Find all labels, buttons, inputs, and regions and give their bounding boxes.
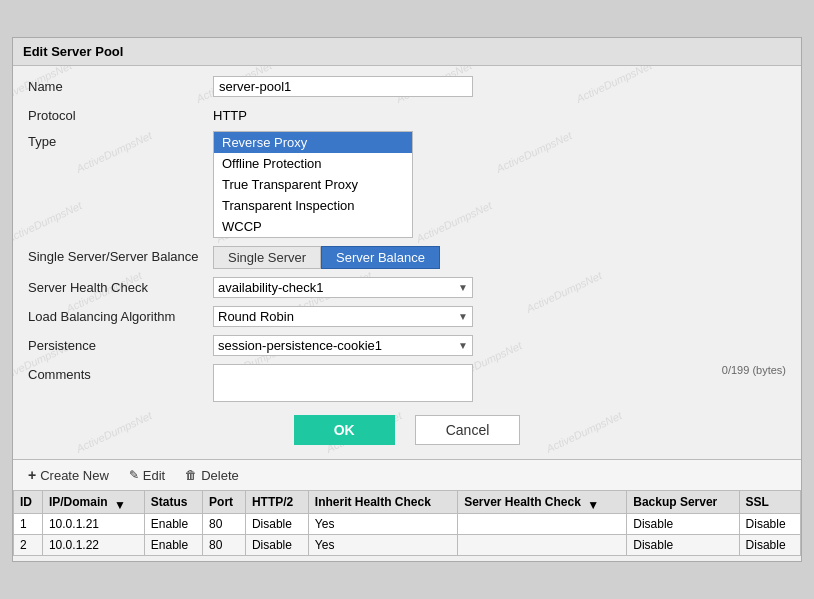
- comments-input[interactable]: [213, 364, 473, 402]
- type-row: Type Reverse Proxy Offline Protection Tr…: [28, 131, 786, 238]
- table-row[interactable]: 110.0.1.21Enable80DisableYesDisableDisab…: [14, 514, 801, 535]
- lb-algo-label: Load Balancing Algorithm: [28, 306, 213, 324]
- col-http2: HTTP/2: [245, 491, 308, 514]
- health-check-value: availability-check1: [218, 280, 324, 295]
- server-balance-label: Single Server/Server Balance: [28, 246, 213, 264]
- comments-wrap-container: 0/199 (bytes): [213, 364, 786, 405]
- type-option-true-transparent-proxy[interactable]: True Transparent Proxy: [214, 174, 412, 195]
- server-balance-toggle: Single Server Server Balance: [213, 246, 786, 269]
- table-cell: [458, 514, 627, 535]
- persistence-row: Persistence session-persistence-cookie1 …: [28, 335, 786, 356]
- type-option-transparent-inspection[interactable]: Transparent Inspection: [214, 195, 412, 216]
- health-check-row: Server Health Check availability-check1 …: [28, 277, 786, 298]
- delete-button[interactable]: 🗑 Delete: [180, 466, 244, 485]
- table-cell: Disable: [245, 514, 308, 535]
- create-new-label: Create New: [40, 468, 109, 483]
- name-value: [213, 76, 786, 97]
- type-option-reverse-proxy[interactable]: Reverse Proxy: [214, 132, 412, 153]
- cancel-button[interactable]: Cancel: [415, 415, 521, 445]
- name-label: Name: [28, 76, 213, 94]
- lb-algo-row: Load Balancing Algorithm Round Robin ▼: [28, 306, 786, 327]
- comments-row: Comments 0/199 (bytes): [28, 364, 786, 405]
- health-check-select-wrap: availability-check1 ▼: [213, 277, 786, 298]
- table-cell: 10.0.1.21: [42, 514, 144, 535]
- edit-icon: ✎: [129, 468, 139, 482]
- table-cell: 1: [14, 514, 43, 535]
- table-cell: Yes: [308, 514, 457, 535]
- table-header-row: ID IP/Domain ▼ Status Port HTTP/2 Inheri…: [14, 491, 801, 514]
- comments-label: Comments: [28, 364, 213, 382]
- protocol-row: Protocol HTTP: [28, 105, 786, 123]
- health-filter-icon[interactable]: ▼: [587, 498, 597, 508]
- lb-algo-arrow-icon: ▼: [458, 311, 468, 322]
- table-row[interactable]: 210.0.1.22Enable80DisableYesDisableDisab…: [14, 535, 801, 556]
- lb-algo-select-wrap: Round Robin ▼: [213, 306, 786, 327]
- ip-filter-icon[interactable]: ▼: [114, 498, 124, 508]
- table-cell: 80: [203, 535, 246, 556]
- server-balance-btn[interactable]: Server Balance: [321, 246, 440, 269]
- lb-algo-select[interactable]: Round Robin ▼: [213, 306, 473, 327]
- table-cell: [458, 535, 627, 556]
- toggle-group: Single Server Server Balance: [213, 246, 786, 269]
- delete-icon: 🗑: [185, 468, 197, 482]
- server-balance-row: Single Server/Server Balance Single Serv…: [28, 246, 786, 269]
- ok-button[interactable]: OK: [294, 415, 395, 445]
- plus-icon: +: [28, 467, 36, 483]
- persistence-value: session-persistence-cookie1: [218, 338, 382, 353]
- delete-label: Delete: [201, 468, 239, 483]
- type-list[interactable]: Reverse Proxy Offline Protection True Tr…: [213, 131, 413, 238]
- name-row: Name: [28, 76, 786, 97]
- health-check-label: Server Health Check: [28, 277, 213, 295]
- table-cell: Disable: [627, 514, 739, 535]
- lb-algo-value: Round Robin: [218, 309, 294, 324]
- table-container: ID IP/Domain ▼ Status Port HTTP/2 Inheri…: [13, 490, 801, 561]
- byte-count: 0/199 (bytes): [722, 364, 786, 376]
- comments-wrap: 0/199 (bytes): [213, 364, 786, 405]
- col-port: Port: [203, 491, 246, 514]
- persistence-arrow-icon: ▼: [458, 340, 468, 351]
- table-cell: 10.0.1.22: [42, 535, 144, 556]
- col-status: Status: [144, 491, 202, 514]
- col-ip: IP/Domain ▼: [42, 491, 144, 514]
- col-inherit: Inherit Health Check: [308, 491, 457, 514]
- protocol-label: Protocol: [28, 105, 213, 123]
- table-cell: 2: [14, 535, 43, 556]
- persistence-label: Persistence: [28, 335, 213, 353]
- single-server-btn[interactable]: Single Server: [213, 246, 321, 269]
- table-cell: Disable: [739, 514, 800, 535]
- table-cell: 80: [203, 514, 246, 535]
- table-cell: Disable: [627, 535, 739, 556]
- col-backup: Backup Server: [627, 491, 739, 514]
- col-health: Server Health Check ▼: [458, 491, 627, 514]
- table-cell: Disable: [739, 535, 800, 556]
- table-cell: Enable: [144, 514, 202, 535]
- col-id: ID: [14, 491, 43, 514]
- edit-label: Edit: [143, 468, 165, 483]
- server-table: ID IP/Domain ▼ Status Port HTTP/2 Inheri…: [13, 490, 801, 556]
- type-label: Type: [28, 131, 213, 149]
- health-check-select[interactable]: availability-check1 ▼: [213, 277, 473, 298]
- create-new-button[interactable]: + Create New: [23, 465, 114, 485]
- type-dropdown-list: Reverse Proxy Offline Protection True Tr…: [213, 131, 786, 238]
- col-ssl: SSL: [739, 491, 800, 514]
- dialog-title: Edit Server Pool: [13, 38, 801, 66]
- table-cell: Disable: [245, 535, 308, 556]
- name-input[interactable]: [213, 76, 473, 97]
- type-option-offline-protection[interactable]: Offline Protection: [214, 153, 412, 174]
- health-check-arrow-icon: ▼: [458, 282, 468, 293]
- protocol-value: HTTP: [213, 105, 786, 123]
- edit-server-pool-dialog: Edit Server Pool ActiveDumpsNet ActiveDu…: [12, 37, 802, 562]
- persistence-select[interactable]: session-persistence-cookie1 ▼: [213, 335, 473, 356]
- table-cell: Yes: [308, 535, 457, 556]
- btn-row: OK Cancel: [28, 415, 786, 445]
- toolbar: + Create New ✎ Edit 🗑 Delete: [13, 459, 801, 490]
- persistence-select-wrap: session-persistence-cookie1 ▼: [213, 335, 786, 356]
- type-option-wccp[interactable]: WCCP: [214, 216, 412, 237]
- table-cell: Enable: [144, 535, 202, 556]
- edit-button[interactable]: ✎ Edit: [124, 466, 170, 485]
